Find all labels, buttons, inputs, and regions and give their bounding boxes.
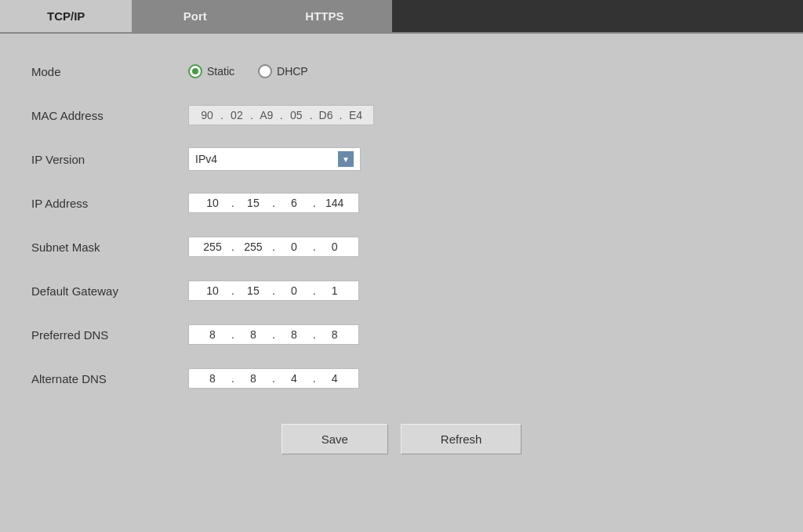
radio-static[interactable]: Static [188,64,234,78]
tab-bar: TCP/IP Port HTTPS [0,0,803,34]
ip-address-seg-0[interactable] [197,197,228,209]
mac-address-row: MAC Address 90 . 02 . A9 . 05 . D6 . E4 [31,101,772,129]
ip-version-select[interactable]: IPv4 ▼ [188,147,361,171]
mac-fields: 90 . 02 . A9 . 05 . D6 . E4 [188,105,374,125]
preferred-dns-label: Preferred DNS [31,328,188,342]
preferred-dns-row: Preferred DNS . . . [31,320,772,349]
mac-seg-3: 05 [285,109,308,121]
button-row: Save Refresh [31,424,772,454]
default-gateway-fields: . . . [188,280,359,301]
ip-address-fields: . . . [188,193,359,213]
tab-spacer [392,0,803,32]
radio-static-label: Static [207,65,234,78]
mac-seg-0: 90 [195,109,219,121]
app-container: TCP/IP Port HTTPS Mode Static DHCP [0,0,803,532]
tab-tcpip[interactable]: TCP/IP [0,0,133,32]
default-gateway-control: . . . [188,280,359,301]
pref-dns-seg-1[interactable] [238,328,269,341]
radio-dhcp-circle[interactable] [258,64,272,78]
preferred-dns-fields: . . . [188,324,359,345]
subnet-mask-row: Subnet Mask . . . [31,233,772,261]
mac-seg-1: 02 [225,109,249,121]
mac-seg-5: E4 [343,109,367,121]
main-content: Mode Static DHCP MAC Address 90 [0,34,803,532]
preferred-dns-control: . . . [188,324,359,345]
ip-address-seg-2[interactable] [278,197,310,209]
alt-dns-seg-3[interactable] [319,372,351,385]
ip-version-control: IPv4 ▼ [188,147,361,171]
ip-address-label: IP Address [31,197,188,210]
mode-control: Static DHCP [188,64,308,78]
alt-dns-seg-0[interactable] [197,372,228,385]
ip-version-label: IP Version [31,153,188,166]
radio-dhcp-label: DHCP [277,65,308,78]
subnet-seg-3[interactable] [319,241,351,253]
mac-address-control: 90 . 02 . A9 . 05 . D6 . E4 [188,105,374,125]
mac-seg-2: A9 [255,109,278,121]
save-button[interactable]: Save [282,424,388,454]
radio-static-circle[interactable] [188,64,202,78]
subnet-seg-2[interactable] [278,241,310,253]
alt-dns-seg-1[interactable] [238,372,269,385]
subnet-mask-label: Subnet Mask [31,241,188,254]
gateway-seg-3[interactable] [319,284,351,297]
gateway-seg-1[interactable] [238,284,269,297]
ip-address-row: IP Address . . . [31,189,772,217]
ip-version-value: IPv4 [195,153,338,165]
dropdown-arrow-icon[interactable]: ▼ [338,151,354,167]
ip-address-seg-1[interactable] [238,197,269,209]
alt-dns-seg-2[interactable] [278,372,310,385]
default-gateway-label: Default Gateway [31,284,188,298]
subnet-mask-control: . . . [188,237,359,257]
tab-port[interactable]: Port [133,0,258,32]
mac-address-label: MAC Address [31,109,188,122]
subnet-seg-1[interactable] [238,241,269,253]
refresh-button[interactable]: Refresh [401,424,522,454]
radio-static-inner [192,68,198,74]
ip-version-row: IP Version IPv4 ▼ [31,145,772,173]
alternate-dns-row: Alternate DNS . . . [31,364,772,393]
alternate-dns-control: . . . [188,368,359,389]
alternate-dns-label: Alternate DNS [31,372,188,385]
default-gateway-row: Default Gateway . . . [31,277,772,305]
subnet-seg-0[interactable] [197,241,228,253]
pref-dns-seg-2[interactable] [278,328,310,341]
gateway-seg-2[interactable] [278,284,310,297]
ip-address-seg-3[interactable] [319,197,351,209]
tab-https[interactable]: HTTPS [258,0,391,32]
pref-dns-seg-0[interactable] [197,328,228,341]
subnet-mask-fields: . . . [188,237,359,257]
mode-row: Mode Static DHCP [31,57,772,85]
mode-label: Mode [31,65,188,78]
ip-address-control: . . . [188,193,359,213]
pref-dns-seg-3[interactable] [319,328,351,341]
radio-dhcp[interactable]: DHCP [258,64,308,78]
alternate-dns-fields: . . . [188,368,359,389]
mac-seg-4: D6 [314,109,338,121]
gateway-seg-0[interactable] [197,284,228,297]
